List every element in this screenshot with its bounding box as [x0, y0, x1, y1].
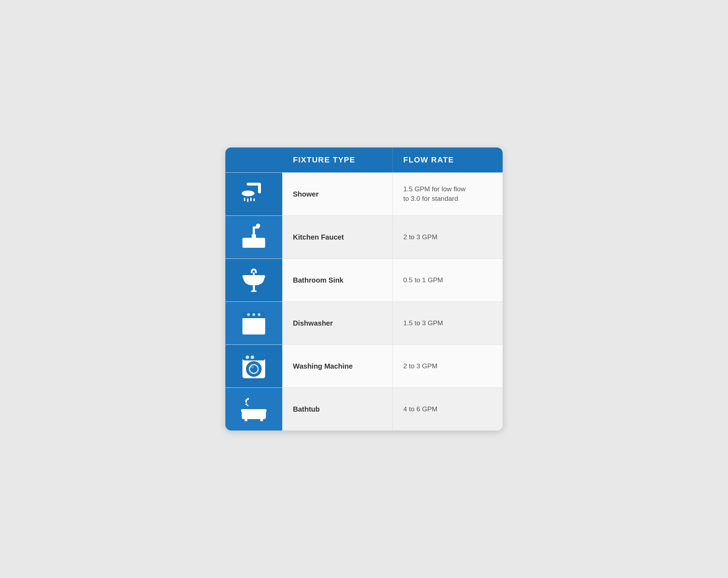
svg-rect-27	[256, 321, 258, 331]
svg-rect-25	[249, 321, 251, 331]
fixture-name: Kitchen Faucet	[282, 216, 393, 258]
dishwasher-icon	[240, 309, 268, 337]
svg-rect-17	[251, 290, 257, 292]
svg-rect-24	[245, 321, 247, 331]
table-row: Shower 1.5 GPM for low flowto 3.0 for st…	[225, 172, 503, 215]
fixture-name: Washing Machine	[282, 345, 393, 387]
svg-point-38	[246, 403, 247, 405]
flow-rate-value: 0.5 to 1 GPM	[393, 259, 503, 301]
bathtub-icon	[240, 395, 268, 423]
svg-point-11	[256, 224, 260, 228]
fixture-name: Bathroom Sink	[282, 259, 393, 301]
header-icon-spacer	[225, 148, 282, 172]
flow-rate-value: 1.5 to 3 GPM	[393, 302, 503, 344]
svg-point-22	[252, 313, 255, 316]
svg-point-21	[247, 313, 250, 316]
table-row: Washing Machine 2 to 3 GPM	[225, 344, 503, 387]
fixture-flow-table: FIXTURE TYPE FLOW RATE Shower 1.5 GP	[225, 148, 503, 430]
dishwasher-icon-cell	[225, 302, 282, 344]
svg-rect-42	[260, 419, 263, 421]
table-row: Dishwasher 1.5 to 3 GPM	[225, 301, 503, 344]
svg-rect-28	[259, 321, 262, 331]
table-row: Bathroom Sink 0.5 to 1 GPM	[225, 258, 503, 301]
svg-rect-41	[245, 419, 247, 421]
shower-icon-cell	[225, 173, 282, 215]
table-row: Kitchen Faucet 2 to 3 GPM	[225, 215, 503, 258]
svg-point-31	[246, 355, 249, 359]
flow-rate-value: 2 to 3 GPM	[393, 345, 503, 387]
fixture-name: Shower	[282, 173, 393, 215]
svg-rect-16	[253, 285, 255, 291]
svg-rect-4	[247, 198, 248, 202]
flow-rate-header: FLOW RATE	[393, 148, 503, 172]
svg-point-14	[253, 272, 255, 275]
fixture-type-header: FIXTURE TYPE	[282, 148, 393, 172]
flow-rate-value: 2 to 3 GPM	[393, 216, 503, 258]
flow-rate-value: 1.5 GPM for low flowto 3.0 for standard	[393, 173, 503, 215]
washing-machine-icon-cell	[225, 345, 282, 387]
table-row: Bathtub 4 to 6 GPM	[225, 387, 503, 430]
svg-point-39	[247, 405, 248, 406]
bathroom-sink-icon	[240, 266, 268, 294]
washing-machine-icon	[240, 352, 268, 380]
svg-rect-6	[253, 198, 255, 201]
svg-point-35	[250, 365, 258, 373]
table-header: FIXTURE TYPE FLOW RATE	[225, 148, 503, 172]
bathroom-sink-icon-cell	[225, 259, 282, 301]
svg-rect-15	[242, 275, 265, 278]
svg-point-2	[242, 191, 255, 196]
svg-rect-26	[252, 321, 255, 331]
svg-rect-37	[247, 398, 249, 400]
flow-rate-value: 4 to 6 GPM	[393, 388, 503, 430]
svg-point-12	[253, 236, 255, 239]
svg-point-23	[258, 313, 261, 316]
fixture-name: Bathtub	[282, 388, 393, 430]
svg-rect-3	[244, 198, 245, 201]
kitchen-faucet-icon-cell	[225, 216, 282, 258]
shower-icon	[240, 180, 268, 208]
svg-rect-40	[241, 409, 267, 412]
kitchen-faucet-icon	[240, 223, 268, 251]
bathtub-icon-cell	[225, 388, 282, 430]
svg-rect-13	[242, 242, 265, 243]
svg-point-32	[251, 355, 254, 359]
svg-rect-5	[250, 198, 252, 201]
svg-rect-1	[247, 183, 259, 186]
fixture-name: Dishwasher	[282, 302, 393, 344]
svg-point-36	[250, 366, 254, 368]
